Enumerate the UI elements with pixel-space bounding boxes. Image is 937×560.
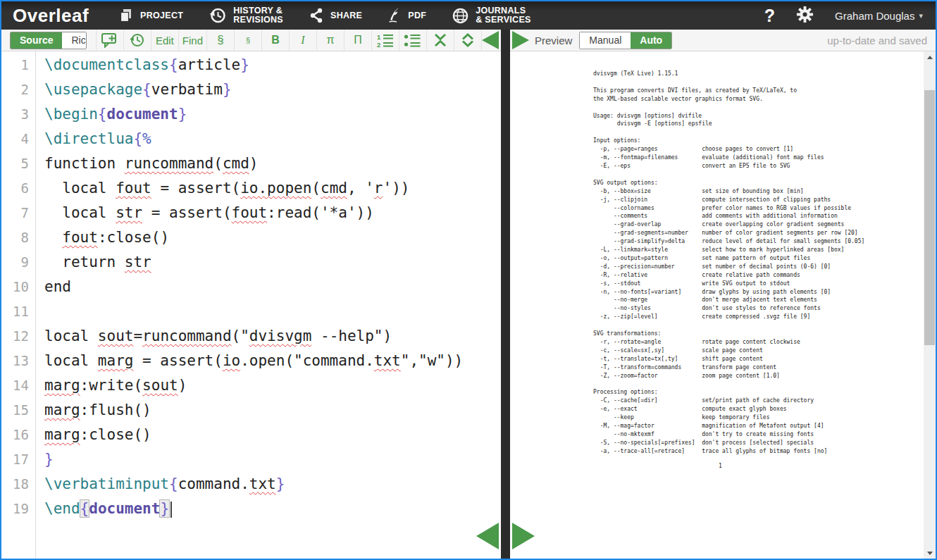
- line-number: 8: [1, 225, 35, 250]
- share-icon: [309, 8, 324, 23]
- topbar-menu-label: SHARE: [330, 11, 362, 20]
- line-number: 9: [1, 250, 35, 275]
- topbar-right: ?: [764, 6, 923, 26]
- user-name: Graham Douglas: [835, 10, 914, 22]
- code-line-4: \directlua{%: [44, 127, 501, 151]
- pdf-toolbar: Preview ManualAuto up-to-date and saved: [510, 30, 936, 51]
- overleaf-logo[interactable]: Overleaf: [13, 5, 89, 27]
- topbar-menu-label: HISTORY & REVISIONS: [233, 6, 283, 25]
- editor-pane: SourceRich Text EditFind§§BIπΠ12 1234567…: [1, 30, 501, 559]
- pdf-scrollbar[interactable]: [924, 51, 936, 559]
- history-button[interactable]: [124, 30, 151, 51]
- code-line-10: end: [44, 275, 501, 299]
- numbered-list-button[interactable]: 12: [372, 30, 399, 51]
- line-number: 16: [1, 423, 35, 447]
- add-comment-button[interactable]: [97, 30, 124, 51]
- line-number: 19: [1, 497, 35, 521]
- line-number: 7: [1, 201, 35, 225]
- inline-math-button[interactable]: π: [317, 30, 345, 51]
- line-number: 17: [1, 447, 35, 472]
- line-number: 1: [1, 53, 35, 77]
- topbar-menu-journals-services[interactable]: JOURNALS & SERVICES: [452, 6, 531, 25]
- topbar-menu-share[interactable]: SHARE: [309, 8, 362, 23]
- edit-button[interactable]: Edit: [151, 30, 179, 51]
- code-line-3: \begin{document}: [44, 102, 501, 127]
- line-number: 12: [1, 324, 35, 349]
- clock-revert-icon: [129, 32, 145, 48]
- pane-divider[interactable]: [501, 30, 510, 559]
- collapse-pane-button[interactable]: [427, 30, 454, 51]
- code-line-6: local fout = assert(io.popen(cmd, 'r')): [44, 176, 501, 201]
- pdf-pane: Preview ManualAuto up-to-date and saved …: [510, 30, 936, 559]
- line-number: 3: [1, 102, 35, 127]
- line-number: 15: [1, 398, 35, 423]
- history-clock-icon: [209, 6, 227, 25]
- gear-icon: [796, 6, 814, 26]
- mode-tabs: SourceRich Text: [10, 32, 87, 49]
- line-number: 14: [1, 373, 35, 398]
- scrollbar-down-button[interactable]: [924, 547, 936, 559]
- topbar-menu-project[interactable]: PROJECT: [118, 8, 183, 23]
- quill-icon: [387, 7, 402, 24]
- line-number: 2: [1, 77, 35, 102]
- user-menu[interactable]: Graham Douglas ▾: [835, 10, 923, 22]
- collapse-editor-big-button[interactable]: [476, 523, 499, 549]
- code-line-17: }: [44, 447, 501, 472]
- line-number-gutter: 12345678910111213141516171819: [1, 51, 36, 559]
- code-line-19: \end{document}: [44, 497, 501, 521]
- arrow-down-icon: [927, 552, 933, 555]
- compile-mode-manual[interactable]: Manual: [580, 32, 631, 49]
- code-line-9: return str: [44, 250, 501, 275]
- bullet-list-button[interactable]: [399, 30, 427, 51]
- compile-mode-auto[interactable]: Auto: [631, 32, 671, 49]
- code-line-16: marg:close(): [44, 423, 501, 447]
- subsection-button[interactable]: §: [235, 30, 262, 51]
- help-button[interactable]: ?: [764, 7, 775, 25]
- topbar: Overleaf PROJECTHISTORY & REVISIONSSHARE…: [1, 1, 936, 30]
- code-line-1: \documentclass{article}: [44, 53, 501, 77]
- collapse-icon: [433, 33, 448, 47]
- code-line-11: [44, 299, 501, 324]
- settings-button[interactable]: [796, 6, 814, 26]
- expand-preview-button[interactable]: [512, 31, 529, 49]
- display-math-button[interactable]: Π: [345, 30, 372, 51]
- code-lines: \documentclass{article}\usepackage{verba…: [36, 51, 501, 559]
- svg-text:2: 2: [377, 41, 380, 48]
- code-line-18: \verbatiminput{command.txt}: [44, 472, 501, 497]
- editor-toolbar: SourceRich Text EditFind§§BIπΠ12: [1, 30, 501, 51]
- code-line-5: function runcommand(cmd): [44, 151, 501, 176]
- topbar-menu-label: PDF: [408, 11, 426, 20]
- compile-status: up-to-date and saved: [827, 35, 927, 46]
- arrow-up-icon: [927, 56, 933, 59]
- section-button[interactable]: §: [207, 30, 235, 51]
- globe-icon: [452, 7, 469, 25]
- preview-label: Preview: [535, 35, 572, 46]
- code-line-15: marg:flush(): [44, 398, 501, 423]
- pdf-page-text: dvisvgm (TeX Live) 1.15.1 This program c…: [593, 70, 864, 456]
- tab-rich-text[interactable]: Rich Text: [62, 32, 86, 49]
- code-line-13: local marg = assert(io.open("command.txt…: [44, 349, 501, 373]
- line-number: 4: [1, 127, 35, 151]
- collapse-editor-button[interactable]: [482, 31, 499, 49]
- code-line-14: marg:write(sout): [44, 373, 501, 398]
- code-line-8: fout:close(): [44, 225, 501, 250]
- topbar-menu-history-revisions[interactable]: HISTORY & REVISIONS: [209, 6, 283, 25]
- main-split: SourceRich Text EditFind§§BIπΠ12 1234567…: [1, 30, 936, 559]
- line-number: 10: [1, 275, 35, 299]
- topbar-menu-label: JOURNALS & SERVICES: [476, 6, 531, 25]
- line-number: 5: [1, 151, 35, 176]
- pdf-preview: dvisvgm (TeX Live) 1.15.1 This program c…: [510, 51, 936, 559]
- italic-button[interactable]: I: [290, 30, 317, 51]
- overleaf-window: Overleaf PROJECTHISTORY & REVISIONSSHARE…: [0, 0, 937, 560]
- expand-preview-big-button[interactable]: [512, 523, 535, 549]
- source-editor[interactable]: 12345678910111213141516171819 \documentc…: [1, 51, 501, 559]
- compile-mode-tabs: ManualAuto: [579, 32, 672, 49]
- tab-source[interactable]: Source: [11, 32, 62, 49]
- expand-pane-button[interactable]: [454, 30, 482, 51]
- scrollbar-up-button[interactable]: [924, 51, 936, 63]
- find-button[interactable]: Find: [179, 30, 207, 51]
- topbar-menu-pdf[interactable]: PDF: [387, 7, 426, 24]
- code-line-12: local sout=runcommand("dvisvgm --help"): [44, 324, 501, 349]
- bold-button[interactable]: B: [262, 30, 290, 51]
- scrollbar-thumb[interactable]: [924, 90, 935, 345]
